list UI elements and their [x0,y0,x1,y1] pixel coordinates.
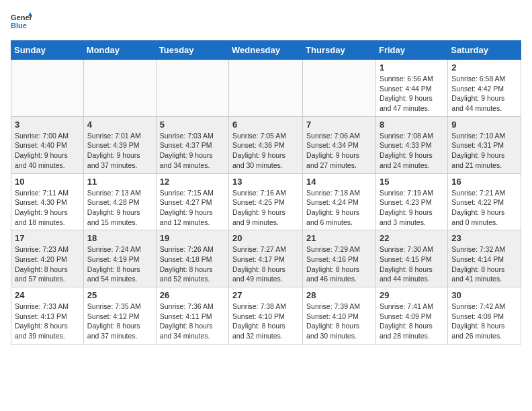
day-number: 23 [451,233,517,243]
day-info: Sunrise: 7:15 AM Sunset: 4:27 PM Dayligh… [160,188,225,228]
calendar-cell: 22Sunrise: 7:30 AM Sunset: 4:15 PM Dayli… [375,230,447,287]
day-info: Sunrise: 7:13 AM Sunset: 4:28 PM Dayligh… [87,188,152,228]
day-info: Sunrise: 7:21 AM Sunset: 4:22 PM Dayligh… [451,188,517,228]
day-info: Sunrise: 7:16 AM Sunset: 4:25 PM Dayligh… [232,188,299,228]
day-number: 28 [306,290,372,300]
weekday-header-tuesday: Tuesday [156,41,228,60]
calendar-cell: 6Sunrise: 7:05 AM Sunset: 4:36 PM Daylig… [229,116,303,173]
calendar-cell [11,60,84,117]
day-info: Sunrise: 7:41 AM Sunset: 4:09 PM Dayligh… [380,302,444,341]
calendar-cell: 1Sunrise: 6:56 AM Sunset: 4:44 PM Daylig… [375,60,447,117]
day-number: 30 [451,290,517,300]
day-number: 10 [15,177,80,187]
calendar-cell: 26Sunrise: 7:36 AM Sunset: 4:11 PM Dayli… [156,287,228,345]
calendar-cell: 21Sunrise: 7:29 AM Sunset: 4:16 PM Dayli… [303,230,376,287]
day-info: Sunrise: 7:03 AM Sunset: 4:37 PM Dayligh… [160,131,225,171]
day-info: Sunrise: 7:39 AM Sunset: 4:10 PM Dayligh… [306,302,372,341]
calendar-cell: 9Sunrise: 7:10 AM Sunset: 4:31 PM Daylig… [448,116,521,173]
day-number: 1 [380,62,444,73]
day-info: Sunrise: 7:06 AM Sunset: 4:34 PM Dayligh… [306,131,372,171]
calendar-cell: 30Sunrise: 7:42 AM Sunset: 4:08 PM Dayli… [448,287,521,345]
day-info: Sunrise: 7:18 AM Sunset: 4:24 PM Dayligh… [306,188,372,228]
day-number: 5 [160,120,225,130]
weekday-header-saturday: Saturday [448,41,521,60]
day-info: Sunrise: 7:11 AM Sunset: 4:30 PM Dayligh… [15,188,80,228]
calendar-cell: 11Sunrise: 7:13 AM Sunset: 4:28 PM Dayli… [83,173,156,230]
day-number: 3 [15,120,80,130]
day-info: Sunrise: 6:56 AM Sunset: 4:44 PM Dayligh… [380,74,444,113]
day-number: 13 [232,177,299,187]
calendar-cell [303,60,376,117]
calendar-cell: 13Sunrise: 7:16 AM Sunset: 4:25 PM Dayli… [229,173,303,230]
day-info: Sunrise: 7:42 AM Sunset: 4:08 PM Dayligh… [451,302,517,341]
calendar-cell: 4Sunrise: 7:01 AM Sunset: 4:39 PM Daylig… [83,116,156,173]
day-info: Sunrise: 7:23 AM Sunset: 4:20 PM Dayligh… [15,244,80,284]
calendar-cell: 24Sunrise: 7:33 AM Sunset: 4:13 PM Dayli… [11,287,84,345]
day-number: 29 [380,290,444,300]
day-info: Sunrise: 7:08 AM Sunset: 4:33 PM Dayligh… [380,131,444,171]
weekday-header-wednesday: Wednesday [229,41,303,60]
day-number: 25 [87,290,152,300]
day-info: Sunrise: 7:26 AM Sunset: 4:18 PM Dayligh… [160,244,225,284]
calendar-week-row: 24Sunrise: 7:33 AM Sunset: 4:13 PM Dayli… [11,287,521,345]
day-number: 9 [451,120,517,130]
day-number: 19 [160,233,225,243]
calendar-week-row: 3Sunrise: 7:00 AM Sunset: 4:40 PM Daylig… [11,116,521,173]
day-number: 14 [306,177,372,187]
day-number: 18 [87,233,152,243]
calendar-cell: 29Sunrise: 7:41 AM Sunset: 4:09 PM Dayli… [375,287,447,345]
logo-icon: General Blue [11,11,32,32]
calendar-cell: 2Sunrise: 6:58 AM Sunset: 4:42 PM Daylig… [448,60,521,117]
calendar-cell: 5Sunrise: 7:03 AM Sunset: 4:37 PM Daylig… [156,116,228,173]
day-number: 16 [451,177,517,187]
calendar-cell: 23Sunrise: 7:32 AM Sunset: 4:14 PM Dayli… [448,230,521,287]
day-info: Sunrise: 7:01 AM Sunset: 4:39 PM Dayligh… [87,131,152,171]
calendar-week-row: 17Sunrise: 7:23 AM Sunset: 4:20 PM Dayli… [11,230,521,287]
calendar-cell: 19Sunrise: 7:26 AM Sunset: 4:18 PM Dayli… [156,230,228,287]
day-info: Sunrise: 7:05 AM Sunset: 4:36 PM Dayligh… [232,131,299,171]
calendar-cell: 18Sunrise: 7:24 AM Sunset: 4:19 PM Dayli… [83,230,156,287]
day-number: 6 [232,120,299,130]
calendar-cell: 14Sunrise: 7:18 AM Sunset: 4:24 PM Dayli… [303,173,376,230]
calendar-cell: 8Sunrise: 7:08 AM Sunset: 4:33 PM Daylig… [375,116,447,173]
calendar-cell [156,60,228,117]
calendar-cell: 27Sunrise: 7:38 AM Sunset: 4:10 PM Dayli… [229,287,303,345]
calendar-week-row: 10Sunrise: 7:11 AM Sunset: 4:30 PM Dayli… [11,173,521,230]
day-number: 15 [380,177,444,187]
calendar-week-row: 1Sunrise: 6:56 AM Sunset: 4:44 PM Daylig… [11,60,521,117]
day-info: Sunrise: 7:27 AM Sunset: 4:17 PM Dayligh… [232,244,299,284]
calendar-cell: 10Sunrise: 7:11 AM Sunset: 4:30 PM Dayli… [11,173,84,230]
day-number: 26 [160,290,225,300]
svg-text:Blue: Blue [11,21,27,30]
weekday-header-monday: Monday [83,41,156,60]
day-number: 4 [87,120,152,130]
day-info: Sunrise: 7:00 AM Sunset: 4:40 PM Dayligh… [15,131,80,171]
calendar-cell: 15Sunrise: 7:19 AM Sunset: 4:23 PM Dayli… [375,173,447,230]
day-info: Sunrise: 7:35 AM Sunset: 4:12 PM Dayligh… [87,302,152,341]
weekday-header-friday: Friday [375,41,447,60]
day-info: Sunrise: 7:30 AM Sunset: 4:15 PM Dayligh… [380,244,444,284]
calendar-cell [83,60,156,117]
day-number: 21 [306,233,372,243]
day-number: 8 [380,120,444,130]
weekday-header-row: SundayMondayTuesdayWednesdayThursdayFrid… [11,41,521,60]
day-number: 17 [15,233,80,243]
logo: General Blue [11,11,35,32]
calendar-table: SundayMondayTuesdayWednesdayThursdayFrid… [11,40,521,345]
weekday-header-thursday: Thursday [303,41,376,60]
calendar-cell: 25Sunrise: 7:35 AM Sunset: 4:12 PM Dayli… [83,287,156,345]
day-info: Sunrise: 7:29 AM Sunset: 4:16 PM Dayligh… [306,244,372,284]
day-info: Sunrise: 7:33 AM Sunset: 4:13 PM Dayligh… [15,302,80,341]
day-info: Sunrise: 6:58 AM Sunset: 4:42 PM Dayligh… [451,74,517,113]
day-number: 24 [15,290,80,300]
day-info: Sunrise: 7:38 AM Sunset: 4:10 PM Dayligh… [232,302,299,341]
day-info: Sunrise: 7:36 AM Sunset: 4:11 PM Dayligh… [160,302,225,341]
calendar-cell: 17Sunrise: 7:23 AM Sunset: 4:20 PM Dayli… [11,230,84,287]
calendar-cell: 20Sunrise: 7:27 AM Sunset: 4:17 PM Dayli… [229,230,303,287]
page-header: General Blue [11,11,521,32]
day-number: 12 [160,177,225,187]
calendar-cell: 7Sunrise: 7:06 AM Sunset: 4:34 PM Daylig… [303,116,376,173]
calendar-cell: 28Sunrise: 7:39 AM Sunset: 4:10 PM Dayli… [303,287,376,345]
calendar-cell [229,60,303,117]
day-info: Sunrise: 7:10 AM Sunset: 4:31 PM Dayligh… [451,131,517,171]
